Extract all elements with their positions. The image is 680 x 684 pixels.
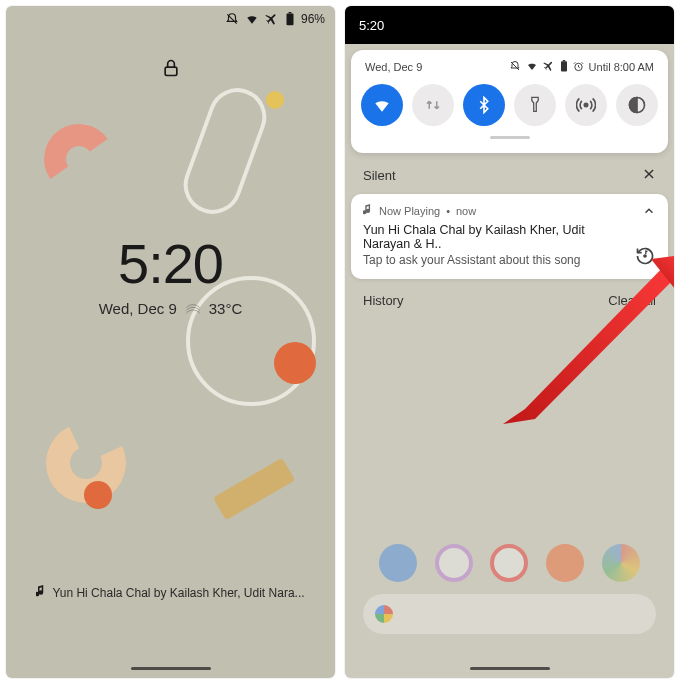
app-photos-icon[interactable]	[602, 544, 640, 582]
notif-subtitle: Tap to ask your Assistant about this son…	[363, 253, 656, 267]
chevron-up-icon[interactable]	[642, 204, 656, 222]
silent-label: Silent	[363, 168, 396, 183]
battery-percent: 96%	[301, 12, 325, 26]
status-bar-expanded: 5:20	[345, 6, 674, 44]
home-search-bar[interactable]	[363, 594, 656, 634]
svg-rect-1	[286, 13, 293, 25]
quick-settings-panel: Wed, Dec 9 Until 8:00 AM	[351, 50, 668, 153]
notif-header: Now Playing • now	[363, 204, 656, 217]
weather-icon	[185, 303, 201, 315]
battery-icon	[285, 12, 295, 26]
now-playing-notification[interactable]: Now Playing • now Yun Hi Chala Chal by K…	[351, 194, 668, 279]
notif-title: Yun Hi Chala Chal by Kailash Kher, Udit …	[363, 223, 656, 251]
now-playing-bar[interactable]: Yun Hi Chala Chal by Kailash Kher, Udit …	[6, 585, 335, 600]
dnd-icon	[509, 60, 521, 74]
svg-rect-6	[562, 60, 564, 61]
app-phone-icon[interactable]	[379, 544, 417, 582]
alarm-label: Until 8:00 AM	[589, 61, 654, 73]
svg-rect-2	[289, 12, 292, 13]
song-history-icon[interactable]	[634, 245, 656, 267]
qs-tile-row	[359, 84, 660, 126]
battery-icon	[560, 60, 568, 74]
lock-icon	[161, 58, 181, 82]
status-bar: 96%	[225, 12, 325, 26]
qs-tile-darkmode[interactable]	[616, 84, 658, 126]
qs-tile-flashlight[interactable]	[514, 84, 556, 126]
qs-drag-handle[interactable]	[490, 136, 530, 139]
now-playing-text: Yun Hi Chala Chal by Kailash Kher, Udit …	[52, 586, 304, 600]
clear-all-button[interactable]: Clear all	[608, 293, 656, 308]
qs-tile-bluetooth[interactable]	[463, 84, 505, 126]
notif-app-name: Now Playing	[379, 205, 440, 217]
wallpaper-shape	[274, 342, 316, 384]
notif-time: now	[456, 205, 476, 217]
qs-tile-hotspot[interactable]	[565, 84, 607, 126]
qs-tile-wifi[interactable]	[361, 84, 403, 126]
wifi-icon	[245, 12, 259, 26]
music-note-icon	[36, 585, 46, 600]
airplane-icon	[265, 12, 279, 26]
app-youtube-icon[interactable]	[490, 544, 528, 582]
notification-shade: 5:20 Wed, Dec 9 Until 8:00 AM	[345, 6, 674, 678]
svg-rect-5	[561, 61, 567, 71]
home-dock	[345, 544, 674, 582]
wallpaper-shape	[213, 458, 295, 521]
qs-header: Wed, Dec 9 Until 8:00 AM	[359, 60, 660, 84]
shade-footer: History Clear all	[345, 279, 674, 322]
wifi-icon	[526, 60, 538, 74]
qs-date: Wed, Dec 9	[365, 61, 422, 73]
wallpaper-shape	[266, 91, 284, 109]
lock-temp: 33°C	[209, 300, 243, 317]
svg-point-8	[584, 103, 587, 106]
qs-tile-data[interactable]	[412, 84, 454, 126]
svg-rect-3	[165, 67, 177, 75]
app-reddit-icon[interactable]	[546, 544, 584, 582]
dnd-icon	[225, 12, 239, 26]
lockscreen: 96% 5:20 Wed, Dec 9 33°C Yun Hi Chala Ch…	[6, 6, 335, 678]
wallpaper-shape	[84, 481, 112, 509]
close-icon[interactable]	[642, 167, 656, 184]
google-logo-icon	[375, 605, 393, 623]
home-indicator[interactable]	[131, 667, 211, 670]
app-messenger-icon[interactable]	[435, 544, 473, 582]
svg-point-12	[643, 254, 647, 258]
music-note-icon	[363, 204, 373, 217]
lock-date: Wed, Dec 9	[99, 300, 177, 317]
wallpaper-shape	[38, 118, 119, 199]
status-time: 5:20	[359, 18, 384, 33]
silent-section-header: Silent	[345, 153, 674, 190]
wallpaper-shape	[176, 80, 275, 222]
lock-dateline: Wed, Dec 9 33°C	[6, 300, 335, 317]
home-indicator[interactable]	[470, 667, 550, 670]
history-button[interactable]: History	[363, 293, 403, 308]
lock-clock: 5:20	[6, 231, 335, 296]
alarm-icon	[573, 61, 584, 74]
airplane-icon	[543, 60, 555, 74]
